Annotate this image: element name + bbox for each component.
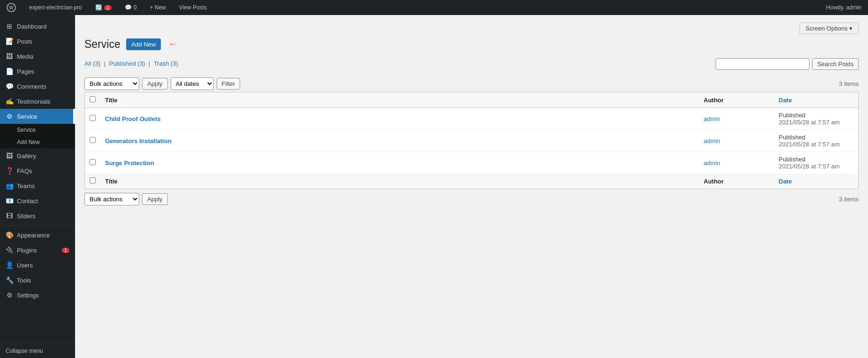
post-title-link[interactable]: Generators Installation	[105, 137, 172, 145]
sidebar-item-pages[interactable]: 📄 Pages	[0, 64, 75, 79]
col-author-label: Author	[704, 97, 724, 104]
users-icon: 👤	[6, 261, 13, 269]
howdy-button[interactable]: Howdy, admin	[823, 0, 864, 15]
col-date-link[interactable]: Date	[779, 97, 792, 104]
post-status: Published	[779, 156, 806, 163]
sidebar-item-label: Posts	[17, 38, 32, 45]
filter-button[interactable]: Filter	[217, 78, 241, 90]
sidebar-item-label: Service	[17, 113, 37, 120]
comments-menu-icon: 💬	[6, 83, 13, 90]
post-title-link[interactable]: Surge Protection	[105, 160, 154, 167]
sidebar-item-label: Appearance	[17, 232, 50, 239]
sidebar-item-plugins[interactable]: 🔌 Plugins 1	[0, 243, 75, 258]
row-author-cell: admin	[699, 152, 774, 174]
sidebar-item-label: Sliders	[17, 213, 36, 220]
sidebar-item-teams[interactable]: 👥 Teams	[0, 178, 75, 193]
sidebar-item-sliders[interactable]: 🎞 Sliders	[0, 208, 75, 223]
row-checkbox[interactable]	[90, 137, 96, 143]
screen-options-button[interactable]: Screen Options ▾	[800, 23, 859, 34]
sidebar-item-gallery[interactable]: 🖼 Gallery	[0, 148, 75, 163]
updates-button[interactable]: 🔄 1	[92, 0, 114, 15]
filter-trash-link[interactable]: Trash (3)	[154, 60, 178, 67]
table-header-row: Title Author Date	[85, 92, 859, 108]
sidebar-item-comments[interactable]: 💬 Comments	[0, 79, 75, 94]
sidebar-item-contact[interactable]: 📧 Contact	[0, 193, 75, 208]
sidebar-item-label: Teams	[17, 183, 35, 190]
author-link[interactable]: admin	[704, 160, 720, 167]
svg-text:W: W	[9, 5, 14, 10]
search-posts-button[interactable]: Search Posts	[812, 58, 859, 70]
apply-button-bottom[interactable]: Apply	[142, 193, 168, 205]
col-author-footer-label: Author	[704, 178, 724, 185]
pages-icon: 📄	[6, 68, 13, 75]
table-footer-row: Title Author Date	[85, 174, 859, 189]
sidebar-item-label: Tools	[17, 277, 31, 284]
row-date-cell: Published 2021/05/28 at 7:57 am	[774, 108, 859, 130]
sidebar-item-settings[interactable]: ⚙ Settings	[0, 288, 75, 303]
wp-logo-button[interactable]: W	[4, 0, 19, 15]
items-count-bottom: 3 items	[839, 196, 859, 203]
sidebar-divider	[0, 225, 75, 226]
date-status: Published 2021/05/28 at 7:57 am	[779, 134, 854, 148]
row-author-cell: admin	[699, 130, 774, 152]
sidebar-item-posts[interactable]: 📝 Posts	[0, 34, 75, 49]
contact-icon: 📧	[6, 197, 13, 205]
footer-date-cell: Date	[774, 174, 859, 189]
settings-icon: ⚙	[6, 291, 13, 299]
all-count: 3	[95, 60, 98, 67]
sidebar-item-media[interactable]: 🖼 Media	[0, 49, 75, 64]
filter-all-link[interactable]: All (3)	[84, 60, 100, 67]
date-filter-select[interactable]: All dates May 2021	[171, 77, 214, 90]
search-row: Search Posts	[716, 58, 859, 70]
comments-icon: 💬	[125, 4, 132, 11]
filter-published-link[interactable]: Published (3)	[109, 60, 145, 67]
submenu-item-service[interactable]: Service	[0, 124, 75, 136]
sidebar-item-label: Users	[17, 262, 33, 269]
site-name-button[interactable]: expert-electrician-pro	[26, 0, 85, 15]
sidebar-item-label: Comments	[17, 83, 46, 90]
comments-button[interactable]: 💬 0	[122, 0, 140, 15]
appearance-icon: 🎨	[6, 231, 13, 239]
sidebar-item-appearance[interactable]: 🎨 Appearance	[0, 228, 75, 243]
sidebar-item-faqs[interactable]: ❓ FAQs	[0, 163, 75, 178]
table-body: Child Proof Outlets admin Published 2021…	[85, 108, 859, 174]
add-new-button[interactable]: Add New	[126, 38, 161, 50]
col-title-footer-label: Title	[105, 178, 118, 185]
select-all-checkbox-bottom[interactable]	[90, 177, 96, 183]
submenu-label: Add New	[17, 139, 40, 145]
author-link[interactable]: admin	[704, 115, 720, 122]
bulk-actions-select-bottom[interactable]: Bulk actions Edit Move to Trash	[84, 193, 139, 206]
sidebar-item-testimonials[interactable]: ✍ Testimonials	[0, 94, 75, 109]
apply-button-top[interactable]: Apply	[142, 78, 168, 90]
sidebar-item-users[interactable]: 👤 Users	[0, 258, 75, 273]
submenu-item-add-new[interactable]: Add New	[0, 136, 75, 148]
row-date-cell: Published 2021/05/28 at 7:57 am	[774, 130, 859, 152]
row-checkbox[interactable]	[90, 115, 96, 121]
date-status: Published 2021/05/28 at 7:57 am	[779, 112, 854, 126]
row-author-cell: admin	[699, 108, 774, 130]
post-date: 2021/05/28 at 7:57 am	[779, 119, 840, 126]
new-content-button[interactable]: + New	[147, 0, 168, 15]
row-checkbox-cell	[85, 130, 101, 152]
collapse-menu-button[interactable]: Collapse menu	[0, 343, 75, 358]
post-title-link[interactable]: Child Proof Outlets	[105, 115, 160, 122]
howdy-label: Howdy, admin	[826, 4, 861, 11]
sidebar-item-tools[interactable]: 🔧 Tools	[0, 273, 75, 288]
sidebar-item-service[interactable]: ⚙ Service	[0, 109, 75, 124]
col-title-label: Title	[105, 97, 118, 104]
view-posts-button[interactable]: View Posts	[176, 0, 210, 15]
footer-title-cell: Title	[100, 174, 699, 189]
new-label: + New	[150, 4, 166, 11]
page-layout: ⊞ Dashboard 📝 Posts 🖼 Media 📄 Pages 💬 Co…	[0, 15, 868, 358]
col-date-footer-link[interactable]: Date	[779, 178, 792, 185]
row-date-cell: Published 2021/05/28 at 7:57 am	[774, 152, 859, 174]
table-row: Surge Protection admin Published 2021/05…	[85, 152, 859, 174]
sidebar-item-label: Dashboard	[17, 23, 47, 30]
author-link[interactable]: admin	[704, 137, 720, 145]
row-checkbox[interactable]	[90, 159, 96, 165]
select-all-checkbox-top[interactable]	[90, 96, 96, 102]
search-input[interactable]	[716, 58, 809, 70]
sidebar-item-label: Gallery	[17, 152, 36, 160]
sidebar-item-dashboard[interactable]: ⊞ Dashboard	[0, 19, 75, 34]
bulk-actions-select[interactable]: Bulk actions Edit Move to Trash	[84, 77, 139, 90]
